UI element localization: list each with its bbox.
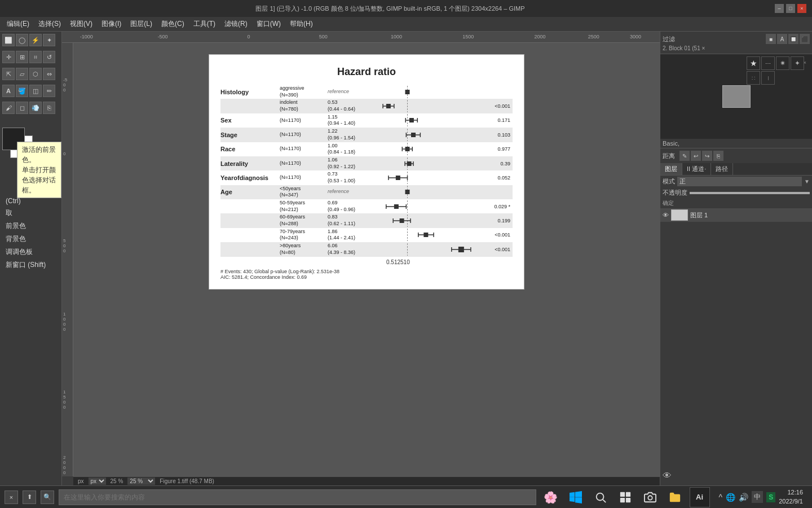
tool-move[interactable]: ✛ xyxy=(2,51,15,63)
mode-row: 模式 正 ▼ xyxy=(660,176,812,187)
status-btn-2[interactable]: ⬆ xyxy=(23,491,36,504)
svg-rect-58 xyxy=(620,497,624,502)
menu-edit[interactable]: 编辑(E) xyxy=(2,18,34,30)
ctx-take[interactable]: 取 xyxy=(0,207,61,220)
tab-layers[interactable]: 图层 xyxy=(660,163,682,175)
menu-colors[interactable]: 颜色(C) xyxy=(157,18,189,30)
tab-paths[interactable]: 路径 xyxy=(711,163,733,175)
brush-star-2[interactable]: ✦ xyxy=(791,56,804,70)
brush-star-1[interactable]: ★ xyxy=(747,56,760,70)
tool-pencil[interactable]: ✏ xyxy=(43,85,55,97)
menu-help[interactable]: 帮助(H) xyxy=(285,18,317,30)
row-ci-text: reference xyxy=(326,85,379,99)
menu-select[interactable]: 选择(S) xyxy=(34,18,65,30)
rp-redo-icon[interactable]: ↪ xyxy=(702,151,712,161)
rp-icon-4[interactable]: ⬛ xyxy=(800,34,810,44)
ctx-bg[interactable]: 背景色 xyxy=(0,233,61,246)
tool-flip[interactable]: ⇔ xyxy=(43,68,55,80)
row-pvalue: 0.199 xyxy=(483,213,513,227)
row-label xyxy=(220,228,279,242)
ctx-new-window[interactable]: 新窗口 (Shift) xyxy=(0,259,61,271)
canvas-area[interactable]: Hazard ratio Histologyaggressive(N=390)r… xyxy=(73,43,660,476)
ctx-palette[interactable]: 调调色板 xyxy=(0,246,61,259)
status-search-btn[interactable]: 🔍 xyxy=(41,491,54,504)
tray-network-icon[interactable]: 🌐 xyxy=(726,493,735,502)
taskbar-flower-icon[interactable]: 🌸 xyxy=(541,487,561,507)
row-label xyxy=(220,199,279,213)
tool-airbrush[interactable]: 💨 xyxy=(29,102,42,114)
table-row: >80years(N=80)6.06(4.39 - 8.36)<0.001 xyxy=(220,242,513,256)
table-row: indolent(N=780)0.53(0.44 - 0.64)<0.001 xyxy=(220,99,513,113)
rp-edit-icon[interactable]: ✎ xyxy=(679,151,690,161)
brush-scatter-1[interactable]: ∷ xyxy=(747,71,760,85)
tab-channels[interactable]: II 通道· xyxy=(682,163,711,175)
canvas-status-bar: px px 25 % 25 % 50 % 100 % Figure 1.tiff… xyxy=(73,476,660,485)
ruler-label-n500: -500 xyxy=(158,34,168,40)
maximize-button[interactable]: □ xyxy=(786,4,795,13)
mode-select[interactable]: 正 xyxy=(677,177,802,186)
row-label: Histology xyxy=(220,85,279,99)
status-close-btn[interactable]: × xyxy=(5,491,18,504)
tray-wps-icon[interactable]: S xyxy=(766,492,775,502)
menu-layers[interactable]: 图层(L) xyxy=(126,18,157,30)
taskbar-ai-icon[interactable]: Ai xyxy=(690,487,710,507)
menu-image[interactable]: 图像(I) xyxy=(97,18,126,30)
brush-scatter-2[interactable]: ⁞ xyxy=(761,71,775,85)
tool-eraser[interactable]: ◻ xyxy=(16,102,28,114)
tool-scale[interactable]: ⇱ xyxy=(2,68,15,80)
row-pvalue: 0.103 xyxy=(483,128,513,142)
tool-free-select[interactable]: ⚡ xyxy=(29,34,42,46)
tool-rotate[interactable]: ↺ xyxy=(43,51,55,63)
horizontal-ruler: -1000 -500 0 500 1000 1500 2000 2500 300… xyxy=(62,32,660,43)
brush-dots-1[interactable]: ⋯ xyxy=(761,56,775,70)
ctx-fg[interactable]: 前景色 xyxy=(0,220,61,233)
row-sublabel: (N=1170) xyxy=(279,128,326,142)
tool-shear[interactable]: ▱ xyxy=(16,68,28,80)
xaxis-label-10: 10 xyxy=(404,259,410,265)
tool-align[interactable]: ⊞ xyxy=(16,51,28,63)
row-sublabel: (N=1170) xyxy=(279,142,326,156)
svg-rect-59 xyxy=(625,497,630,502)
brush-splat-1[interactable]: ✷ xyxy=(776,56,789,70)
close-button[interactable]: × xyxy=(797,4,806,13)
row-label xyxy=(220,213,279,227)
tool-rect-select[interactable]: ⬜ xyxy=(2,34,15,46)
rp-icon-1[interactable]: ■ xyxy=(766,34,776,44)
tool-bucket-fill[interactable]: 🪣 xyxy=(16,85,28,97)
svg-rect-56 xyxy=(620,492,624,496)
visibility-icon[interactable]: 👁 xyxy=(663,471,672,481)
tool-ellipse-select[interactable]: ◯ xyxy=(16,34,28,46)
menu-windows[interactable]: 窗口(W) xyxy=(252,18,285,30)
opacity-label: 不透明度 xyxy=(663,189,687,197)
tool-clone[interactable]: ⎘ xyxy=(43,102,55,114)
row-chart-cell xyxy=(379,142,483,156)
rp-copy-icon[interactable]: ⎘ xyxy=(713,151,723,161)
tray-expand-icon[interactable]: ^ xyxy=(719,493,723,502)
tray-lang-icon[interactable]: 中 xyxy=(752,491,763,503)
opacity-slider[interactable] xyxy=(690,192,810,194)
tray-volume-icon[interactable]: 🔊 xyxy=(739,493,748,502)
row-label: Age xyxy=(220,185,279,199)
rp-undo-icon[interactable]: ↩ xyxy=(691,151,701,161)
tool-paintbrush[interactable]: 🖌 xyxy=(2,102,15,114)
unit-select[interactable]: px xyxy=(89,478,106,485)
menu-view[interactable]: 视图(V) xyxy=(65,18,97,30)
svg-rect-43 xyxy=(400,218,404,223)
tool-blend[interactable]: ◫ xyxy=(29,85,42,97)
taskbar-camera-icon[interactable] xyxy=(640,487,660,507)
tool-text[interactable]: A xyxy=(2,85,15,97)
tool-crop[interactable]: ⌗ xyxy=(29,51,42,63)
rp-icon-3[interactable]: 🔲 xyxy=(788,34,798,44)
taskbar-search-icon[interactable] xyxy=(590,487,611,507)
tool-fuzzy-select[interactable]: ✦ xyxy=(43,34,55,46)
zoom-select[interactable]: 25 % 50 % 100 % xyxy=(127,478,155,485)
rp-icon-2[interactable]: A xyxy=(777,34,787,44)
taskbar-windows-icon[interactable] xyxy=(566,487,586,507)
menu-filters[interactable]: 滤镜(R) xyxy=(220,18,252,30)
taskbar-folder-icon[interactable] xyxy=(665,487,685,507)
taskbar-taskview-icon[interactable] xyxy=(615,487,636,507)
search-input[interactable] xyxy=(59,489,536,505)
menu-tools[interactable]: 工具(T) xyxy=(189,18,220,30)
tool-perspective[interactable]: ⬡ xyxy=(29,68,42,80)
minimize-button[interactable]: – xyxy=(775,4,784,13)
